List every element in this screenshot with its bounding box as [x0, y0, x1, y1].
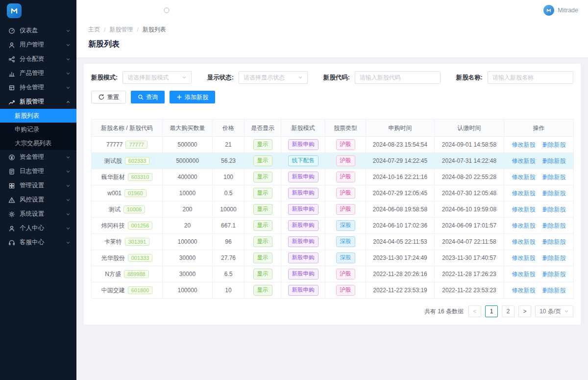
- delete-stock-link[interactable]: 删除新股: [542, 206, 566, 213]
- filter-bar: 新股模式: 请选择新股模式 显示状态: 请选择显示状态: [91, 71, 573, 84]
- delete-stock-link[interactable]: 删除新股: [542, 190, 566, 197]
- delete-stock-link[interactable]: 删除新股: [542, 141, 566, 148]
- add-stock-button[interactable]: 添加新股: [170, 91, 215, 103]
- edit-stock-link[interactable]: 修改新股: [512, 271, 536, 278]
- edit-stock-link[interactable]: 修改新股: [512, 222, 536, 229]
- confirm-time: 2022-11-22 23:53:23: [442, 287, 496, 294]
- apply-time: 2024-08-23 15:54:54: [373, 141, 427, 148]
- sidebar-item-layers[interactable]: 持仓管理: [0, 80, 76, 95]
- stock-code-input[interactable]: [355, 71, 441, 84]
- next-page-button[interactable]: >: [518, 305, 531, 317]
- table-cell: 新股申购: [281, 218, 325, 234]
- table-cell: 光华股份001333: [92, 250, 163, 266]
- delete-stock-link[interactable]: 删除新股: [542, 174, 566, 180]
- table-cell: 2023-11-30 17:24:49: [366, 250, 435, 266]
- sidebar-subitem[interactable]: 申购记录: [0, 123, 76, 136]
- page-button-1[interactable]: 1: [485, 305, 498, 317]
- user-menu[interactable]: Mitrade: [543, 5, 578, 16]
- sidebar-item-label: 资金管理: [20, 153, 44, 161]
- sidebar-item-chart[interactable]: 产品管理: [0, 66, 76, 80]
- sidebar-item-gear[interactable]: 系统设置: [0, 207, 76, 221]
- table-cell: 新股申购: [281, 202, 325, 218]
- filter-stock-code: 新股代码:: [323, 71, 441, 84]
- delete-stock-link[interactable]: 删除新股: [542, 271, 566, 278]
- column-header: 操作: [504, 120, 574, 137]
- table-cell: 5000000: [163, 153, 213, 169]
- table-cell: 2024-07-30 12:05:48: [435, 185, 504, 202]
- sidebar-item-trend[interactable]: 新股管理: [0, 95, 76, 109]
- edit-stock-link[interactable]: 修改新股: [512, 190, 536, 197]
- sidebar-item-warning[interactable]: 风控设置: [0, 193, 76, 207]
- sidebar-item-label: 分仓配资: [20, 55, 44, 63]
- edit-stock-link[interactable]: 修改新股: [512, 238, 536, 245]
- sidebar-item-headset[interactable]: 客服中心: [0, 235, 76, 250]
- page-header: 主页/新股管理/新股列表 新股列表: [76, 21, 588, 58]
- sidebar-item-dashboard[interactable]: 仪表盘: [0, 24, 76, 38]
- price: 96: [225, 238, 231, 245]
- breadcrumb-item[interactable]: 主页: [88, 25, 100, 34]
- filter-label: 显示状态:: [207, 74, 234, 82]
- chevron-down-icon: [66, 183, 71, 188]
- apply-time: 2024-06-10 17:02:36: [373, 222, 427, 229]
- edit-stock-link[interactable]: 修改新股: [512, 157, 536, 164]
- new-stock-mode-select[interactable]: 请选择新股模式: [122, 71, 192, 84]
- delete-stock-link[interactable]: 删除新股: [542, 157, 566, 164]
- price: 6.5: [224, 271, 233, 278]
- confirm-time: 2024-07-30 12:05:48: [442, 190, 496, 197]
- sidebar-item-log[interactable]: 日志管理: [0, 164, 76, 178]
- confirm-time: 2024-07-31 14:22:48: [442, 157, 496, 164]
- display-status-select[interactable]: 请选择显示状态: [239, 71, 308, 84]
- confirm-time: 2024-06-10 19:59:08: [442, 206, 496, 213]
- sidebar-item-user[interactable]: 个人中心: [0, 221, 76, 235]
- edit-stock-link[interactable]: 修改新股: [512, 174, 536, 180]
- prev-page-button[interactable]: <: [468, 305, 481, 317]
- reset-button[interactable]: 重置: [91, 91, 126, 103]
- mode-tag: 线下配售: [288, 155, 318, 166]
- edit-stock-link[interactable]: 修改新股: [512, 141, 536, 148]
- apply-time: 2022-11-22 23:53:19: [373, 287, 427, 294]
- mode-tag: 新股申购: [288, 220, 318, 231]
- actions-cell: 修改新股删除新股: [504, 218, 574, 234]
- warning-icon: [8, 197, 15, 203]
- stock-name-input[interactable]: [488, 71, 573, 84]
- edit-stock-link[interactable]: 修改新股: [512, 206, 536, 213]
- edit-stock-link[interactable]: 修改新股: [512, 287, 536, 294]
- table-cell: 显示: [245, 250, 281, 266]
- table-cell: 2024-07-29 14:22:45: [366, 153, 435, 169]
- delete-stock-link[interactable]: 删除新股: [542, 238, 566, 245]
- visible-tag: 显示: [253, 269, 272, 279]
- delete-stock-link[interactable]: 删除新股: [542, 222, 566, 229]
- sidebar-subitem[interactable]: 大宗交易列表: [0, 136, 76, 150]
- page-button-2[interactable]: 2: [502, 305, 514, 317]
- column-header: 申购时间: [366, 120, 435, 137]
- table-row: 测试股602333500000056.23显示线下配售沪股2024-07-29 …: [92, 153, 574, 169]
- sidebar-item-money[interactable]: 资金管理: [0, 150, 76, 164]
- filter-label: 新股名称:: [456, 74, 483, 82]
- table-cell: 2022-11-28 20:26:16: [366, 266, 435, 282]
- delete-stock-link[interactable]: 删除新股: [542, 254, 566, 261]
- table-cell: 2024-07-31 14:22:48: [435, 153, 504, 169]
- sidebar-item-grid[interactable]: 管理设置: [0, 178, 76, 193]
- delete-stock-link[interactable]: 删除新股: [542, 287, 566, 294]
- table-cell: 测试股602333: [92, 153, 163, 169]
- table-cell: 2024-04-05 22:11:53: [366, 234, 435, 250]
- table-cell: 沪股: [325, 185, 366, 202]
- stock-code-badge: 889988: [124, 270, 149, 278]
- actions-cell: 修改新股删除新股: [504, 202, 574, 218]
- breadcrumb-item[interactable]: 新股管理: [109, 25, 133, 34]
- column-header: 新股模式: [281, 120, 325, 137]
- sidebar-item-share[interactable]: 分仓配资: [0, 52, 76, 66]
- table-cell: 深股: [325, 218, 366, 234]
- table-cell: 21: [213, 137, 245, 153]
- table-row: 777777777750000021显示新股申购沪股2024-08-23 15:…: [92, 137, 574, 153]
- edit-stock-link[interactable]: 修改新股: [512, 254, 536, 261]
- search-button[interactable]: 查询: [131, 91, 165, 103]
- sidebar-subitem[interactable]: 新股列表: [0, 109, 76, 123]
- price: 56.23: [221, 157, 236, 164]
- confirm-time: 2022-11-28 17:26:23: [442, 271, 496, 278]
- table-cell: 显示: [245, 169, 281, 185]
- table-cell: 2024-10-16 22:21:16: [366, 169, 435, 185]
- page-size-select[interactable]: 10 条/页: [535, 305, 573, 317]
- sidebar-item-users[interactable]: 用户管理: [0, 38, 76, 52]
- stock-name: 测试股: [104, 157, 122, 164]
